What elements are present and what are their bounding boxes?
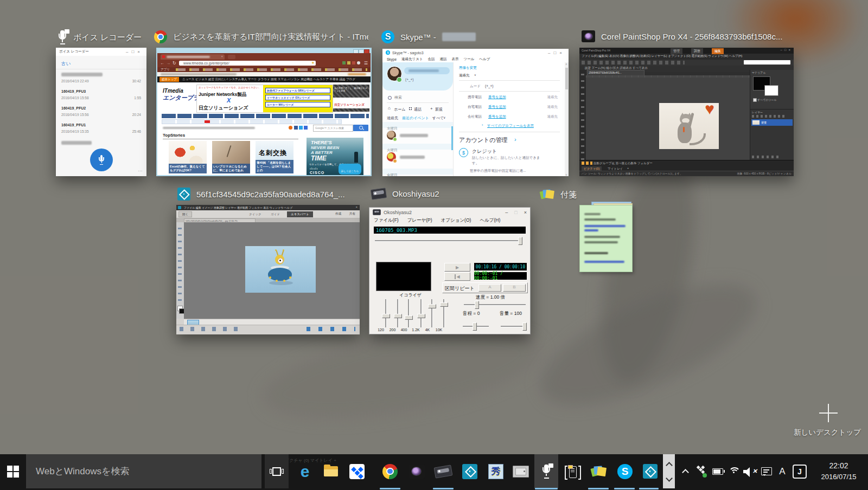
voice-recorder-window[interactable]: ボイス レコーダー –□× 古い 2016/04/19 22:49 30:42 … <box>56 48 146 176</box>
tray-ime[interactable]: A <box>776 454 789 488</box>
recording-name: 160419_PFU1 <box>61 123 86 127</box>
thumbnail-label-skype[interactable]: S Skype™ - <box>381 30 476 43</box>
equalizer-label: イコライザ <box>399 292 422 298</box>
chrome-icon <box>382 464 398 479</box>
contacts-panel: (+_+) 検索 ⌂ ホーム 通話 + 新規 連絡先 最近のイベント すべて ∨… <box>382 62 454 176</box>
sort-label: 古い <box>61 61 71 67</box>
taskbar-paintshop[interactable] <box>405 454 429 488</box>
tray-action-center[interactable] <box>758 454 775 488</box>
tray-chevron-button[interactable] <box>678 454 692 488</box>
minimize-icon: – <box>126 49 131 54</box>
alien-shadow <box>269 281 293 285</box>
taskbar-dropbox[interactable] <box>345 454 369 488</box>
window-skin-top <box>157 49 371 53</box>
taskbar-pse-editor[interactable] <box>458 454 482 488</box>
canvas-area: ♥ <box>586 75 750 160</box>
tray-j-app[interactable]: J <box>791 454 808 488</box>
alien-photo <box>245 246 316 293</box>
search-box[interactable]: WebとWindowsを検索 <box>26 454 261 488</box>
battery-icon <box>712 468 723 475</box>
window-controls: –□× <box>548 50 565 55</box>
thumbnail-label-paintshop[interactable]: Corel PaintShop Pro X4 - 256f8483793b6f1… <box>582 30 782 42</box>
nav-items: ニュース ビジネス 経営 注目たい! システム導入 マーケ クラウド 開発 スマ… <box>182 78 368 81</box>
thumbnail-label-chrome[interactable]: ビジネスを革新するIT部門向け実践情報サイト - ITmed... <box>154 30 368 43</box>
thumbnail-label-pse[interactable]: 56f1cf34545d9c2a95fa90aaded8a764_... <box>177 188 345 201</box>
day-header-text: 水曜日 <box>387 126 398 130</box>
new-desktop-button[interactable]: 新しいデスクトップ <box>787 404 868 442</box>
taskbar-sticky-notes[interactable] <box>587 454 611 488</box>
taskbar-hidemaru[interactable]: 秀 <box>484 454 508 488</box>
thumbnail-label-sticky[interactable]: 付箋 <box>540 189 577 201</box>
presence-badge <box>397 77 402 82</box>
time-main-text: 00:10:16 / 00:00:10 <box>476 265 526 269</box>
recording-date: 2016/04/19 15:58 <box>61 96 89 100</box>
band-label: 4K <box>422 328 433 332</box>
menu-item: 連絡先リスト <box>401 57 423 62</box>
taskbar-edge[interactable]: e <box>293 454 317 488</box>
search-placeholder: WebとWindowsを検索 <box>36 465 129 478</box>
eq-slider-1-2k <box>416 299 426 327</box>
tray-wifi[interactable] <box>727 454 741 488</box>
thumbnail-label-okoshiyasu[interactable]: Okoshiyasu2 <box>371 189 439 199</box>
tray-clock[interactable]: 22:02 2016/07/15 <box>813 454 865 488</box>
taskbar-voice-recorder[interactable] <box>534 454 558 488</box>
redacted-contact-name <box>400 134 428 137</box>
pitch-thumb <box>473 323 477 331</box>
twitter-icon <box>299 126 303 130</box>
running-indicator <box>639 488 659 489</box>
change-image-link: 画像を変更 <box>459 66 477 70</box>
search-input <box>744 60 790 65</box>
window-controls: –□× <box>126 49 143 54</box>
task-view-button[interactable] <box>265 454 289 488</box>
swatch-checkbox <box>753 98 757 102</box>
tray-volume[interactable]: ✕ <box>742 454 757 488</box>
taskbar-okoshiyasu[interactable] <box>431 454 455 488</box>
layer-row-selected: 背景 <box>751 119 793 126</box>
custom-search-box: Google™ カスタム検索 <box>313 125 353 132</box>
taskbar-scroll-strip[interactable] <box>663 454 675 488</box>
phone-label: 会社電話 <box>468 114 482 119</box>
taskbar-file-explorer[interactable] <box>319 454 343 488</box>
redacted-note-line <box>584 218 616 221</box>
okoshiyasu-window[interactable]: Okoshiyasu2 – □ × ファイル(F) プレーヤ(P) オプション(… <box>369 207 531 334</box>
window-title: Corel PaintShop Pro X4 <box>582 49 610 52</box>
contact-type: 連絡先 <box>547 95 558 100</box>
chrome-window[interactable]: × ← → ↻ www.itmedia.co.jp/enterprise/ ★ … <box>156 48 372 176</box>
play-icon: ▶ <box>456 265 459 270</box>
filename-display: 160705_003.MP3 <box>374 227 526 234</box>
menubar: ファイル(F) 編集(E) 表示(V) 画像(I) 調整(A) 効果(C) レイ… <box>579 54 794 60</box>
bookmark-star-icon: ★ <box>311 61 315 65</box>
cisco-line: THERE'S <box>311 140 332 145</box>
loop-label: 区間リピート <box>445 285 475 292</box>
elements-organizer-icon <box>643 464 658 479</box>
taskbar-safe-app[interactable] <box>509 454 533 488</box>
cassette-icon <box>373 209 381 215</box>
article-caption: 第45回 「名刺を切らしまして――」はOK? 社会人との <box>256 160 293 173</box>
menu-item: ツール <box>464 57 475 62</box>
taskbar-pse-organizer[interactable] <box>638 454 662 488</box>
start-button[interactable] <box>0 454 26 488</box>
tray-battery[interactable] <box>710 454 726 488</box>
thumbnail-label-voice-recorder[interactable]: ボイス レコーダー <box>58 30 142 44</box>
ad-product-line: ルーター MXシリーズ <box>265 102 330 107</box>
minimize-icon: – <box>781 48 784 51</box>
chevron-right-icon: › <box>482 123 483 127</box>
tray-dropbox[interactable] <box>693 454 709 488</box>
skype-window[interactable]: S Skype™ - sagoto3 –□× Skype 連絡先リスト 会話 通… <box>382 49 569 176</box>
screen: ボイス レコーダー ビジネスを革新するIT部門向け実践情報サイト - ITmed… <box>0 0 868 490</box>
sticky-note-stack[interactable] <box>579 202 633 272</box>
taskbar-skype[interactable]: S <box>613 454 637 488</box>
taskbar-scanner-app[interactable] <box>561 454 585 488</box>
paintshop-window[interactable]: Corel PaintShop Pro X4 管理 調整 編集 –□× ファイル… <box>579 48 794 176</box>
layers-panel-title: レイヤー <box>752 111 763 114</box>
more-icon: ⋯ <box>138 169 142 173</box>
credit-heading: クレジット <box>472 148 497 155</box>
menu-option: オプション(O) <box>441 217 471 224</box>
recording-date: 2016/04/19 15:35 <box>61 130 89 133</box>
close-icon: × <box>559 50 565 55</box>
taskbar-chrome[interactable] <box>378 454 402 488</box>
article-headline-text: 名刺交換 <box>259 149 287 158</box>
pse-window[interactable]: ファイル 編集 イメージ 画像調整 レイヤー 選択範囲 フィルター 表示 ウィン… <box>176 205 360 334</box>
add-number-link: 番号を追加 <box>488 105 506 109</box>
create-button: 作成 <box>335 212 341 216</box>
